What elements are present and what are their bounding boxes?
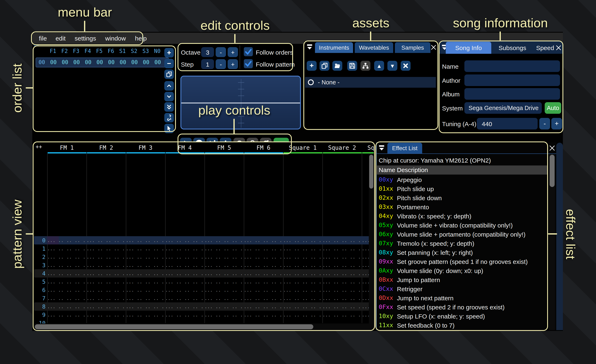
pattern-cell[interactable]: ... .. .. .. .. bbox=[87, 254, 126, 261]
pattern-cell[interactable]: ... .. .. .. .. bbox=[283, 303, 322, 310]
pattern-cell[interactable]: ... .. .. .. .. bbox=[47, 303, 87, 310]
assets-down-button[interactable]: ▼ bbox=[387, 61, 397, 71]
tuning-minus-button[interactable]: - bbox=[539, 118, 550, 130]
pattern-cell[interactable]: ... .. .. .. .. bbox=[165, 295, 204, 302]
pattern-cell[interactable]: ... .. .. .. .. bbox=[126, 303, 165, 310]
pattern-cell[interactable]: ... .. .. .. .. bbox=[126, 287, 165, 294]
pattern-cell[interactable]: ... .. .. .. .. bbox=[165, 262, 204, 269]
pattern-cell[interactable]: ... .. .. .. .. bbox=[244, 295, 283, 302]
order-cell[interactable]: 00 bbox=[94, 59, 105, 65]
effect-row[interactable]: 0BxxJump to pattern bbox=[376, 276, 547, 284]
pattern-cell[interactable]: ... .. .. .. .. bbox=[126, 254, 165, 261]
pattern-cell[interactable]: ... .. .. .. .. bbox=[244, 245, 283, 252]
effect-list-close-button[interactable] bbox=[549, 145, 555, 151]
pattern-vscrollbar[interactable] bbox=[369, 154, 374, 323]
pattern-cell[interactable]: ... .. .. .. .. bbox=[204, 254, 244, 261]
tab-song-info[interactable]: Song Info bbox=[446, 42, 491, 54]
effect-row[interactable]: 07xyTremolo (x: speed; y: depth) bbox=[376, 239, 547, 248]
pattern-cell[interactable]: ... .. .. .. .. bbox=[47, 278, 87, 285]
pattern-cell[interactable]: ... .. .. .. .. bbox=[322, 262, 362, 269]
pattern-cell[interactable]: ... .. .. .. .. bbox=[126, 270, 165, 277]
pattern-cell[interactable]: ... .. .. .. .. bbox=[244, 312, 283, 319]
menu-item-help[interactable]: help bbox=[130, 35, 151, 42]
assets-duplicate-button[interactable] bbox=[320, 61, 329, 71]
channel-header-fm-4[interactable]: FM 4 bbox=[165, 144, 204, 151]
pattern-row[interactable]: 8... .. .. .. ..... .. .. .. ..... .. ..… bbox=[34, 302, 374, 311]
song-info-close-button[interactable] bbox=[555, 45, 562, 51]
effect-row[interactable]: 06xyVolume slide + portamento (compatibi… bbox=[376, 230, 547, 239]
pattern-cell[interactable]: ... .. .. .. .. bbox=[126, 278, 165, 285]
menu-item-edit[interactable]: edit bbox=[51, 35, 70, 42]
pattern-cell[interactable]: ... .. .. .. .. bbox=[47, 287, 87, 294]
order-cell[interactable]: 00 bbox=[105, 59, 117, 65]
pattern-cell[interactable]: ... .. .. .. .. bbox=[87, 303, 126, 310]
author-field[interactable] bbox=[464, 74, 560, 86]
pattern-cell[interactable]: ... .. .. .. .. bbox=[87, 262, 126, 269]
pattern-cell[interactable]: ... .. .. .. .. bbox=[244, 270, 283, 277]
order-edit-mode-button[interactable] bbox=[164, 124, 174, 133]
pattern-row[interactable]: 4... .. .. .. ..... .. .. .. ..... .. ..… bbox=[34, 269, 374, 277]
order-cell[interactable]: 00 bbox=[129, 59, 140, 65]
pattern-cell[interactable]: ... .. .. .. .. bbox=[47, 245, 87, 252]
pattern-cell[interactable]: ... .. .. .. .. bbox=[283, 287, 322, 294]
scroll-thumb[interactable] bbox=[35, 324, 313, 329]
pattern-cell[interactable]: ... .. .. .. .. bbox=[87, 270, 126, 277]
channel-header-fm-3[interactable]: FM 3 bbox=[126, 144, 165, 151]
name-field[interactable] bbox=[464, 60, 560, 72]
order-cell[interactable]: 00 bbox=[117, 59, 129, 65]
pattern-cell[interactable]: ... .. .. .. .. bbox=[47, 312, 87, 319]
order-move-up-button[interactable] bbox=[164, 81, 174, 91]
order-cell[interactable]: 00 bbox=[59, 59, 71, 65]
pattern-cell[interactable]: ... .. .. .. .. bbox=[244, 254, 283, 261]
pattern-cell[interactable]: ... .. .. .. .. bbox=[87, 245, 126, 252]
pattern-cell[interactable]: ... .. .. .. .. bbox=[244, 262, 283, 269]
effect-row[interactable]: 11xxSet feedback (0 to 7) bbox=[376, 321, 547, 330]
follow-orders-checkbox[interactable] bbox=[244, 47, 253, 56]
assets-close-button[interactable] bbox=[431, 44, 437, 51]
system-auto-button[interactable]: Auto bbox=[545, 102, 561, 114]
assets-open-button[interactable] bbox=[332, 61, 342, 71]
step-plus-button[interactable]: + bbox=[228, 59, 238, 69]
pattern-cell[interactable]: ... .. .. .. .. bbox=[283, 312, 322, 319]
step-minus-button[interactable]: - bbox=[216, 59, 226, 69]
pattern-cell[interactable]: ... .. .. .. .. bbox=[283, 278, 322, 285]
pattern-cell[interactable]: ... .. .. .. .. bbox=[204, 262, 244, 269]
tab-wavetables[interactable]: Wavetables bbox=[355, 42, 393, 53]
channel-header-square-1[interactable]: Square 1 bbox=[283, 144, 322, 151]
pattern-cell[interactable]: ... .. .. .. .. bbox=[322, 245, 362, 252]
pattern-cell[interactable]: ... .. .. .. .. bbox=[165, 287, 204, 294]
pattern-cell[interactable]: ... .. .. .. .. bbox=[87, 295, 126, 302]
pattern-row[interactable]: 6... .. .. .. ..... .. .. .. ..... .. ..… bbox=[34, 286, 374, 294]
pattern-cell[interactable]: ... .. .. .. .. bbox=[283, 254, 322, 261]
tab-instruments[interactable]: Instruments bbox=[315, 42, 353, 53]
step-input[interactable]: 1 bbox=[201, 59, 214, 69]
pattern-cell[interactable]: ... .. .. .. .. bbox=[322, 237, 362, 244]
assets-save-button[interactable] bbox=[347, 61, 357, 71]
channel-header-fm-1[interactable]: FM 1 bbox=[47, 144, 87, 151]
effect-row[interactable]: 0DxxJump to next pattern bbox=[376, 294, 547, 303]
effect-row[interactable]: 08xySet panning (x: left; y: right) bbox=[376, 248, 547, 257]
pattern-cell[interactable]: ... .. .. .. .. bbox=[322, 303, 362, 310]
pattern-hscrollbar[interactable] bbox=[34, 323, 374, 330]
pattern-row[interactable]: 7... .. .. .. ..... .. .. .. ..... .. ..… bbox=[34, 294, 374, 302]
effect-row[interactable]: 05xyVolume slide + vibrato (compatibilit… bbox=[376, 221, 547, 230]
pattern-cell[interactable]: ... .. .. .. .. bbox=[204, 295, 244, 302]
pattern-cell[interactable]: ... .. .. .. .. bbox=[204, 270, 244, 277]
pattern-cell[interactable]: ... .. .. .. .. bbox=[87, 278, 126, 285]
pattern-cell[interactable]: ... .. .. .. .. bbox=[204, 312, 244, 319]
pattern-cell[interactable]: ... .. .. .. .. bbox=[47, 295, 87, 302]
effect-row[interactable]: 00xyArpeggio bbox=[376, 175, 547, 184]
octave-plus-button[interactable]: + bbox=[228, 47, 238, 57]
assets-delete-button[interactable] bbox=[401, 61, 410, 71]
pattern-cell[interactable]: ... .. .. .. .. bbox=[322, 254, 362, 261]
pattern-cell[interactable]: ... .. .. .. .. bbox=[165, 278, 204, 285]
pattern-cell[interactable]: ... .. .. .. .. bbox=[47, 262, 87, 269]
pattern-cell[interactable]: ... .. .. .. .. bbox=[47, 254, 87, 261]
pattern-cell[interactable]: ... .. .. .. .. bbox=[126, 295, 165, 302]
pattern-cell[interactable]: ... .. .. .. .. bbox=[204, 278, 244, 285]
pattern-cell[interactable]: ... .. .. .. .. bbox=[204, 245, 244, 252]
pattern-cell[interactable]: ... .. .. .. .. bbox=[322, 270, 362, 277]
pattern-cell[interactable]: ... .. .. .. .. bbox=[87, 287, 126, 294]
assets-tree-button[interactable] bbox=[360, 61, 370, 71]
pattern-cell[interactable]: ... .. .. .. .. bbox=[204, 303, 244, 310]
